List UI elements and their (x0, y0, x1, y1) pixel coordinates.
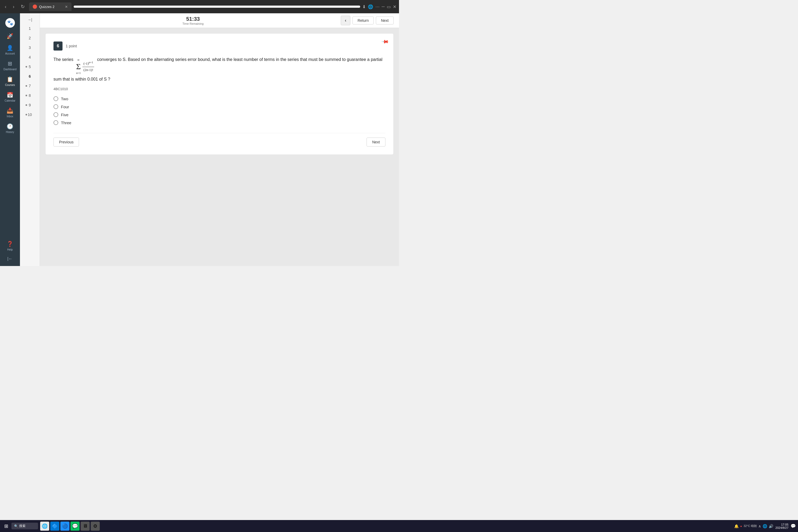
question-number-10[interactable]: 10 (24, 110, 35, 119)
back-button[interactable]: ‹ (3, 3, 8, 11)
question-text-prefix: The series (54, 57, 73, 62)
question-text: The series ∞ Σ n=1 (-1)n+1 (2n-1)! (54, 56, 385, 83)
help-label: Help (7, 248, 13, 251)
question-number-2[interactable]: 2 (24, 34, 35, 42)
radio-three[interactable] (54, 120, 58, 125)
question-number-4[interactable]: 4 (24, 53, 35, 62)
sidebar: 🐾 🚀 👤 Account ⊞ Dashboard 📋 Courses 📅 Ca… (0, 13, 20, 266)
account-label: Account (5, 52, 15, 55)
history-label: History (6, 131, 14, 134)
minimize-button[interactable]: ─ (382, 4, 385, 9)
content-area: 6 1 point 📌 The series ∞ Σ n=1 (40, 28, 399, 266)
sidebar-collapse[interactable]: |← (1, 254, 19, 263)
question-header: 6 1 point (54, 41, 385, 51)
sigma-bounds: ∞ Σ n=1 (76, 57, 81, 76)
option-three-label: Three (61, 120, 71, 125)
option-two-label: Two (61, 97, 68, 101)
sidebar-logo[interactable]: 🐾 (1, 16, 19, 30)
option-five-label: Five (61, 113, 68, 117)
option-three[interactable]: Three (54, 120, 385, 125)
sidebar-item-calendar[interactable]: 📅 Calendar (1, 90, 19, 104)
previous-button[interactable]: Previous (54, 137, 79, 147)
sidebar-item-account[interactable]: 👤 Account (1, 42, 19, 57)
sigma-symbol: Σ (76, 62, 81, 71)
sidebar-launch[interactable]: 🚀 (1, 31, 19, 41)
inbox-label: Inbox (7, 115, 13, 118)
browser-chrome: ‹ › ↻ Quizzes 2 ✕ ⬇ 🌐 ⋯ ─ ▭ ✕ (0, 0, 399, 13)
dashboard-label: Dashboard (3, 68, 17, 71)
time-display: 51:33 (186, 16, 200, 22)
sidebar-item-help[interactable]: ❓ Help (1, 239, 19, 253)
forward-button[interactable]: › (11, 3, 17, 11)
radio-five[interactable] (54, 112, 58, 117)
question-card: 6 1 point 📌 The series ∞ Σ n=1 (45, 33, 394, 155)
question-number-7[interactable]: 7 (24, 81, 35, 91)
question-badge: 6 (54, 41, 62, 51)
download-button[interactable]: ⬇ (362, 4, 366, 9)
language-button[interactable]: 🌐 (368, 4, 373, 9)
sigma-fraction: (-1)n+1 (2n-1)! (82, 60, 94, 73)
question-code: 4BC1010 (54, 87, 385, 91)
question-number-9[interactable]: 9 (24, 100, 35, 110)
sigma-lower-bound: n=1 (76, 71, 81, 76)
tab-favicon (33, 4, 37, 9)
question-number-5[interactable]: 5 (24, 62, 35, 71)
next-button[interactable]: Next (366, 137, 385, 147)
answer-options: Two Four Five Three (54, 96, 385, 125)
calendar-icon: 📅 (7, 92, 13, 98)
refresh-button[interactable]: ↻ (19, 3, 27, 11)
menu-button[interactable]: ⋯ (375, 4, 380, 9)
app-container: 🐾 🚀 👤 Account ⊞ Dashboard 📋 Courses 📅 Ca… (0, 13, 399, 266)
question-number-1[interactable]: 1 (24, 24, 35, 33)
radio-two[interactable] (54, 96, 58, 101)
address-bar[interactable] (74, 5, 360, 8)
collapse-icon: |← (7, 256, 13, 261)
top-bar-center: 51:33 Time Remaining (183, 16, 204, 25)
question-number-3[interactable]: 3 (24, 43, 35, 52)
history-icon: 🕐 (7, 123, 13, 130)
tab-title: Quizzes 2 (39, 5, 55, 9)
card-footer: Previous Next (54, 133, 385, 147)
account-icon: 👤 (7, 45, 13, 51)
sidebar-item-inbox[interactable]: 📥 Inbox (1, 105, 19, 120)
question-number-6[interactable]: 6 (24, 72, 35, 81)
question-points: 1 point (66, 44, 77, 48)
launch-icon: 🚀 (7, 33, 13, 39)
question-text-suffix: converges to S. Based on the alternating… (54, 57, 382, 81)
maximize-button[interactable]: ▭ (387, 4, 391, 9)
close-button[interactable]: ✕ (393, 4, 396, 9)
sidebar-item-dashboard[interactable]: ⊞ Dashboard (1, 58, 19, 73)
option-two[interactable]: Two (54, 96, 385, 101)
sidebar-item-history[interactable]: 🕐 History (1, 121, 19, 136)
fraction-denominator: (2n-1)! (82, 67, 94, 73)
top-bar-right: ‹ Return Next (341, 16, 394, 25)
courses-label: Courses (5, 83, 15, 87)
sidebar-item-courses[interactable]: 📋 Courses (1, 74, 19, 89)
fraction-numerator: (-1)n+1 (82, 60, 94, 67)
option-five[interactable]: Five (54, 112, 385, 117)
question-number-8[interactable]: 8 (24, 91, 35, 100)
help-icon: ❓ (7, 241, 13, 247)
top-bar: 51:33 Time Remaining ‹ Return Next (40, 13, 399, 28)
sigma-upper-bound: ∞ (77, 57, 80, 62)
option-four[interactable]: Four (54, 104, 385, 109)
next-button-top[interactable]: Next (376, 17, 394, 24)
question-panel: →| 1 2 3 4 5 6 7 8 9 10 (20, 13, 40, 266)
radio-four[interactable] (54, 104, 58, 109)
inbox-icon: 📥 (7, 108, 13, 114)
calendar-label: Calendar (4, 99, 15, 102)
option-four-label: Four (61, 104, 69, 109)
courses-icon: 📋 (7, 76, 13, 82)
time-label: Time Remaining (183, 22, 204, 25)
tab-close-button[interactable]: ✕ (65, 5, 68, 9)
app-logo-icon: 🐾 (5, 18, 15, 28)
panel-header: →| (20, 16, 40, 23)
collapse-nav-button[interactable]: ‹ (341, 16, 350, 25)
return-button[interactable]: Return (353, 17, 374, 24)
browser-tab[interactable]: Quizzes 2 ✕ (29, 2, 72, 11)
main-content: 51:33 Time Remaining ‹ Return Next 6 1 p… (40, 13, 399, 266)
math-sigma-expr: ∞ Σ n=1 (-1)n+1 (2n-1)! (76, 57, 94, 76)
panel-collapse-button[interactable]: →| (27, 18, 32, 22)
dashboard-icon: ⊞ (8, 60, 12, 67)
